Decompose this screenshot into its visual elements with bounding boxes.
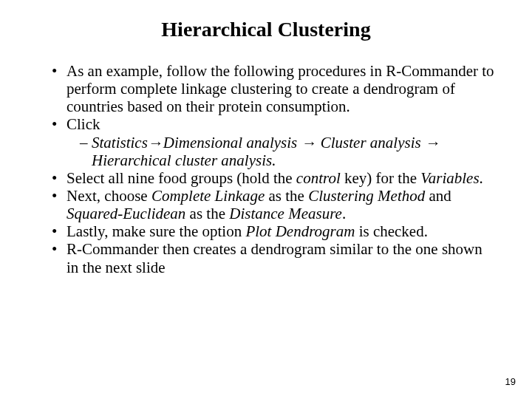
bullet-4-i: . (342, 205, 346, 222)
bullet-6-text: R-Commander then creates a dendrogram si… (66, 240, 482, 276)
bullet-2-text: Click (66, 115, 100, 133)
bullet-5-b: Plot Dendrogram (245, 222, 355, 240)
bullet-5-c: is checked. (355, 222, 428, 240)
bullet-5: Lastly, make sure the option Plot Dendro… (52, 222, 495, 240)
bullet-1: As an example, follow the following proc… (52, 62, 495, 115)
bullet-3-d: Variables (420, 169, 479, 187)
bullet-3-e: . (480, 169, 483, 187)
bullet-4-e: and (425, 187, 451, 205)
bullet-4-b: Complete Linkage (151, 187, 265, 205)
bullet-3: Select all nine food groups (hold the co… (52, 169, 495, 187)
bullet-4-f: Squared-Euclidean (66, 205, 185, 222)
slide-content: As an example, follow the following proc… (37, 62, 495, 276)
main-bullet-list: As an example, follow the following proc… (37, 62, 495, 276)
bullet-1-text: As an example, follow the following proc… (66, 62, 494, 115)
bullet-2: Click Statistics→Dimensional analysis → … (52, 115, 495, 168)
bullet-3-a: Select all nine food groups (hold the (66, 169, 296, 187)
sub-bullet-list: Statistics→Dimensional analysis → Cluste… (66, 134, 495, 169)
page-number: 19 (505, 376, 516, 387)
bullet-5-a: Lastly, make sure the option (66, 222, 245, 240)
bullet-4-c: as the (265, 187, 308, 205)
bullet-4: Next, choose Complete Linkage as the Clu… (52, 187, 495, 222)
slide-title: Hierarchical Clustering (37, 18, 495, 41)
bullet-4-g: as the (185, 205, 229, 222)
bullet-3-c: key) for the (341, 169, 420, 187)
bullet-4-h: Distance Measure (229, 205, 342, 222)
bullet-4-d: Clustering Method (308, 187, 425, 205)
bullet-6: R-Commander then creates a dendrogram si… (52, 240, 495, 276)
sub-bullet-1-text: Statistics→Dimensional analysis → Cluste… (92, 134, 440, 169)
bullet-4-a: Next, choose (66, 187, 151, 205)
sub-bullet-1: Statistics→Dimensional analysis → Cluste… (80, 134, 495, 169)
bullet-3-b: control (296, 169, 341, 187)
